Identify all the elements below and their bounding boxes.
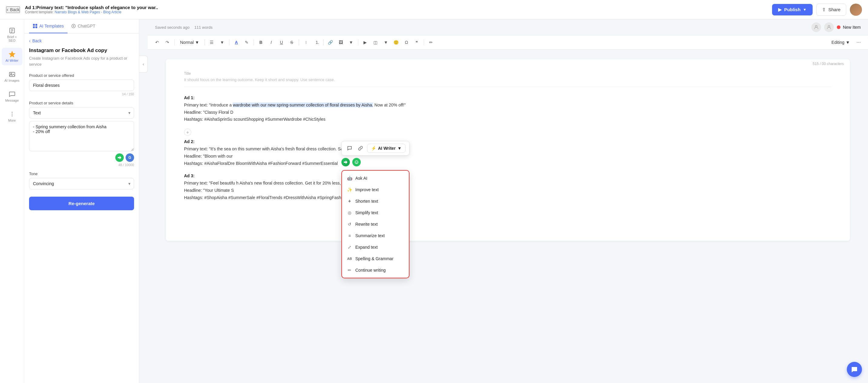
tone-select[interactable]: Convincing: [29, 178, 134, 189]
text-color-button[interactable]: A: [232, 38, 241, 47]
word-count: 111 words: [194, 25, 213, 30]
play-button[interactable]: ▶: [361, 38, 370, 47]
svg-marker-4: [9, 52, 15, 57]
tab-chatgpt[interactable]: ChatGPT: [67, 19, 99, 33]
align-chevron[interactable]: ▼: [218, 38, 227, 47]
spelling-icon: AB: [347, 256, 352, 261]
editing-dropdown[interactable]: Editing ▼: [828, 39, 853, 46]
new-item-indicator[interactable]: New Item: [837, 25, 861, 30]
green-icon-button[interactable]: [115, 153, 124, 162]
format-dropdown[interactable]: Normal ▼: [177, 39, 202, 46]
simplify-text-item[interactable]: ◎ Simplify text: [342, 207, 409, 218]
tone-label: Tone: [29, 171, 134, 176]
svg-rect-13: [35, 26, 37, 28]
editing-label: Editing: [831, 40, 844, 45]
image-button[interactable]: 🖼: [336, 38, 345, 47]
editor-topbar: Saved seconds ago 111 words New Item: [148, 19, 868, 35]
ad1-label-row: Ad 1:: [184, 94, 832, 102]
format-label: Normal: [180, 40, 194, 45]
add-section-button[interactable]: +: [184, 129, 191, 136]
ai-sub-icon-1[interactable]: [341, 158, 350, 166]
grammarly-button[interactable]: G: [126, 153, 134, 162]
ai-templates-label: AI Templates: [39, 24, 64, 28]
details-textarea[interactable]: - Spring summery collection from Aisha -…: [29, 121, 134, 151]
svg-point-16: [815, 25, 817, 27]
emoji-button[interactable]: 🙂: [392, 38, 401, 47]
summarize-text-item[interactable]: ≡ Summarize text: [342, 230, 409, 242]
sidebar-back-button[interactable]: ‹ Back: [29, 38, 134, 43]
ad1-hashtags-end: scountShopping #SummerWardrobe #ChicStyl…: [234, 117, 326, 122]
align-button[interactable]: ☰: [207, 38, 216, 47]
ai-writer-button[interactable]: ⚡ AI Writer ▼: [367, 144, 406, 153]
ai-popup-link-button[interactable]: [356, 144, 365, 153]
sidebar: AI Templates ChatGPT ‹ Back Instagram or…: [24, 19, 139, 383]
message-label: Message: [5, 99, 19, 102]
collaborator-icon-2[interactable]: [824, 22, 834, 32]
avatar-image: [850, 4, 862, 16]
underline-button[interactable]: U: [277, 38, 286, 47]
ask-ai-item[interactable]: 🤖 Ask AI: [342, 172, 409, 184]
rewrite-text-item[interactable]: ↺ Rewrite text: [342, 218, 409, 230]
sidebar-item-aiwriter[interactable]: AI Writer: [2, 48, 22, 65]
undo-button[interactable]: ↶: [153, 38, 162, 47]
ad3-label-row: Ad 3:: [184, 172, 832, 180]
page-title: Ad 1:Primary text: "Introduce splash of …: [25, 5, 158, 10]
ai-popup-sub-icons: G: [341, 157, 409, 169]
highlight-button[interactable]: ✎: [242, 38, 251, 47]
more-options-button[interactable]: ⋯: [854, 38, 863, 47]
ad1-primary-end: Now at 20% off!": [374, 102, 406, 107]
shorten-text-label: Shorten text: [355, 199, 378, 203]
ad2-section: Ad 2: Primary text: "It's the sea on thi…: [184, 138, 832, 167]
collaborator-icon-1[interactable]: [811, 22, 821, 32]
bold-button[interactable]: B: [256, 38, 266, 47]
topbar: ‹ Back Ad 1:Primary text: "Introduce spl…: [0, 0, 868, 19]
table-button[interactable]: ◫: [371, 38, 380, 47]
sidebar-item-message[interactable]: Message: [2, 88, 22, 105]
template-link[interactable]: Narrato Blogs & Web Pages - Blog Article: [55, 10, 122, 14]
tone-field-group: Tone Convincing: [29, 171, 134, 189]
pencil-button[interactable]: ✏: [427, 38, 435, 47]
format-chevron-icon: ▼: [195, 40, 199, 45]
chat-fab-button[interactable]: [847, 362, 862, 377]
sidebar-item-more[interactable]: More: [2, 108, 22, 125]
redo-button[interactable]: ↷: [163, 38, 172, 47]
bullet-list-button[interactable]: ⁝: [302, 38, 311, 47]
tab-ai-templates[interactable]: AI Templates: [29, 19, 67, 33]
summarize-text-label: Summarize text: [355, 233, 385, 238]
back-button[interactable]: ‹ Back: [6, 6, 20, 13]
product-input[interactable]: [29, 79, 134, 91]
brief-label: Brief + SEO: [4, 35, 20, 42]
link-button[interactable]: 🔗: [326, 38, 335, 47]
strikethrough-button[interactable]: S: [287, 38, 296, 47]
images-icon: [9, 71, 16, 77]
ordered-list-button[interactable]: 1.: [312, 38, 321, 47]
svg-point-7: [11, 112, 12, 113]
share-button[interactable]: ⇧ Share: [816, 4, 846, 16]
avatar[interactable]: [850, 4, 862, 16]
details-type-select[interactable]: Text: [29, 107, 134, 119]
shorten-text-item[interactable]: + Shorten text: [342, 195, 409, 207]
image-chevron[interactable]: ▼: [346, 38, 355, 47]
spelling-grammar-item[interactable]: AB Spelling & Grammar: [342, 253, 409, 264]
publish-button[interactable]: ▶ Publish ▼: [772, 4, 813, 15]
ai-popup-comment-button[interactable]: [345, 144, 354, 153]
expand-text-item[interactable]: ⤢ Expand text: [342, 242, 409, 253]
continue-writing-item[interactable]: ✏ Continue writing: [342, 264, 409, 276]
regenerate-button[interactable]: Re-generate: [29, 197, 134, 210]
italic-button[interactable]: I: [267, 38, 276, 47]
table-chevron[interactable]: ▼: [381, 38, 391, 47]
quote-button[interactable]: ❝: [412, 38, 421, 47]
ai-sub-icon-2[interactable]: G: [352, 158, 361, 166]
sidebar-collapse-button[interactable]: ‹: [139, 56, 148, 73]
toolbar-separator-3: [229, 39, 229, 45]
product-label: Product or service offered: [29, 73, 134, 78]
sidebar-desc: Create Instagram or Facebook Ads copy fo…: [29, 55, 134, 67]
sidebar-item-images[interactable]: AI Images: [2, 68, 22, 85]
continue-writing-label: Continue writing: [355, 268, 385, 273]
improve-text-item[interactable]: ✨ Improve text: [342, 184, 409, 195]
special-char-button[interactable]: Ω: [402, 38, 411, 47]
comment-icon: [347, 146, 352, 151]
doc-content: Ad 1: Primary text: "Introduce a wardrob…: [184, 94, 832, 201]
sidebar-item-brief[interactable]: Brief + SEO: [2, 24, 22, 45]
svg-point-14: [73, 25, 74, 27]
